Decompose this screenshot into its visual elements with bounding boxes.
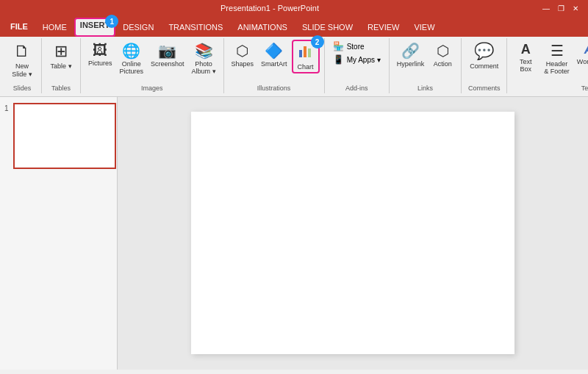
slide-thumbnail-container: 1	[13, 103, 114, 169]
comment-icon: 💬	[474, 42, 494, 61]
minimize-button[interactable]: —	[539, 2, 553, 14]
store-item[interactable]: 🏪 Store	[329, 40, 384, 53]
menu-bar: FILE HOME INSERT 1 DESIGN TRANSITIONS AN…	[0, 16, 588, 37]
wordart-icon: A	[584, 42, 588, 57]
title-text: Presentation1 - PowerPoint	[0, 4, 539, 12]
new-slide-label: NewSlide ▾	[12, 62, 32, 79]
hyperlink-button[interactable]: 🔗 Hyperlink	[394, 40, 428, 70]
action-icon: ⬡	[437, 42, 449, 60]
tab-view[interactable]: VIEW	[406, 18, 442, 37]
addins-list: 🏪 Store 📱 My Apps ▾	[329, 40, 384, 66]
images-label: Images	[85, 83, 219, 92]
slides-panel: 1	[0, 97, 118, 370]
my-apps-icon: 📱	[333, 54, 344, 65]
addins-group-content: 🏪 Store 📱 My Apps ▾	[329, 40, 384, 83]
smartart-icon: 🔷	[265, 42, 283, 60]
text-box-button[interactable]: A TextBox	[512, 40, 539, 75]
text-box-icon: A	[521, 42, 531, 57]
ribbon-tabs: HOME INSERT 1 DESIGN TRANSITIONS ANIMATI…	[35, 16, 442, 37]
ribbon: 🗋 NewSlide ▾ Slides ⊞ Table ▾ Tables 🖼 P…	[0, 37, 588, 97]
slide-thumbnail[interactable]	[13, 103, 116, 169]
photo-album-button[interactable]: 📚 PhotoAlbum ▾	[189, 40, 219, 77]
tab-transitions[interactable]: TRANSITIONS	[161, 18, 230, 37]
links-group-content: 🔗 Hyperlink ⬡ Action	[394, 40, 457, 83]
my-apps-item[interactable]: 📱 My Apps ▾	[329, 53, 384, 66]
table-button[interactable]: ⊞ Table ▾	[46, 40, 76, 73]
svg-rect-1	[304, 46, 306, 57]
links-label: Links	[394, 83, 457, 92]
comment-button[interactable]: 💬 Comment	[466, 40, 502, 73]
screenshot-button[interactable]: 📷 Screenshot	[148, 40, 187, 70]
comment-label: Comment	[470, 62, 498, 71]
svg-rect-2	[308, 48, 311, 57]
wordart-button[interactable]: A WordArt	[574, 40, 588, 68]
new-slide-button[interactable]: 🗋 NewSlide ▾	[7, 40, 37, 81]
store-icon: 🏪	[333, 41, 344, 51]
action-label: Action	[434, 60, 452, 68]
restore-button[interactable]: ❐	[554, 2, 567, 14]
text-group-content: A TextBox ☰ Header& Footer A WordArt 📅 D…	[512, 40, 588, 83]
addins-label: Add-ins	[329, 83, 384, 92]
shapes-button[interactable]: ⬡ Shapes	[229, 40, 257, 70]
table-icon: ⊞	[54, 42, 68, 61]
tab-insert[interactable]: INSERT 1	[74, 18, 115, 37]
svg-rect-0	[299, 50, 302, 57]
header-footer-label: Header& Footer	[544, 60, 570, 75]
slide-number: 1	[4, 104, 9, 112]
comments-group-content: 💬 Comment	[466, 40, 502, 83]
hyperlink-icon: 🔗	[401, 42, 420, 60]
tab-animations[interactable]: ANIMATIONS	[230, 18, 295, 37]
action-button[interactable]: ⬡ Action	[429, 40, 456, 70]
ribbon-group-images: 🖼 Pictures 🌐 OnlinePictures 📷 Screenshot…	[81, 38, 224, 93]
ribbon-group-links: 🔗 Hyperlink ⬡ Action Links	[390, 38, 462, 93]
new-slide-icon: 🗋	[14, 42, 30, 61]
tab-home[interactable]: HOME	[35, 18, 74, 37]
tables-label: Tables	[46, 83, 76, 92]
header-footer-icon: ☰	[551, 42, 564, 60]
header-footer-button[interactable]: ☰ Header& Footer	[541, 40, 573, 77]
illustrations-group-content: ⬡ Shapes 🔷 SmartArt Chart	[229, 40, 320, 83]
ribbon-group-slides: 🗋 NewSlide ▾ Slides	[3, 38, 42, 93]
slide-canvas[interactable]	[191, 112, 514, 354]
chart-button-wrapper: Chart 2	[292, 40, 320, 73]
text-label: Text	[512, 83, 588, 92]
tab-design[interactable]: DESIGN	[115, 18, 161, 37]
smartart-button[interactable]: 🔷 SmartArt	[258, 40, 290, 70]
text-box-label: TextBox	[520, 58, 532, 73]
chart-label: Chart	[298, 63, 314, 71]
ribbon-group-text: A TextBox ☰ Header& Footer A WordArt 📅 D…	[507, 38, 588, 93]
screenshot-icon: 📷	[158, 42, 176, 60]
chart-icon	[298, 43, 314, 62]
store-label: Store	[347, 43, 365, 51]
smartart-label: SmartArt	[261, 60, 287, 68]
ribbon-group-comments: 💬 Comment Comments	[462, 38, 507, 93]
title-bar: Presentation1 - PowerPoint — ❐ ✕	[0, 0, 588, 16]
canvas-area	[118, 97, 588, 370]
tab-slideshow[interactable]: SLIDE SHOW	[295, 18, 360, 37]
window-controls: — ❐ ✕	[539, 2, 582, 14]
tab-review[interactable]: REVIEW	[360, 18, 406, 37]
hyperlink-label: Hyperlink	[397, 60, 425, 68]
illustrations-label: Illustrations	[229, 83, 320, 92]
slides-group-content: 🗋 NewSlide ▾	[7, 40, 37, 83]
close-button[interactable]: ✕	[569, 2, 582, 14]
tables-group-content: ⊞ Table ▾	[46, 40, 76, 83]
main-area: 1	[0, 97, 588, 370]
file-menu[interactable]: FILE	[3, 16, 35, 37]
online-pictures-icon: 🌐	[122, 42, 140, 60]
ribbon-group-illustrations: ⬡ Shapes 🔷 SmartArt Chart	[224, 38, 325, 93]
ribbon-group-tables: ⊞ Table ▾ Tables	[42, 38, 81, 93]
my-apps-label: My Apps ▾	[347, 56, 381, 64]
slides-label: Slides	[7, 83, 37, 92]
images-group-content: 🖼 Pictures 🌐 OnlinePictures 📷 Screenshot…	[85, 40, 219, 83]
pictures-label: Pictures	[88, 60, 112, 67]
wordart-label: WordArt	[577, 58, 588, 65]
comments-label: Comments	[466, 83, 502, 92]
table-label: Table ▾	[50, 62, 71, 71]
ribbon-group-addins: 🏪 Store 📱 My Apps ▾ Add-ins	[325, 38, 390, 93]
shapes-label: Shapes	[232, 60, 254, 68]
pictures-button[interactable]: 🖼 Pictures	[85, 40, 115, 69]
step2-badge: 2	[311, 35, 324, 48]
photo-album-icon: 📚	[195, 42, 213, 60]
online-pictures-button[interactable]: 🌐 OnlinePictures	[117, 40, 147, 77]
